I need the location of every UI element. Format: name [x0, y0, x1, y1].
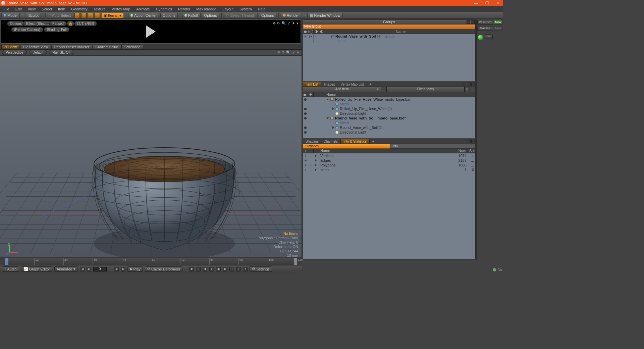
component-poly-button[interactable]	[88, 13, 93, 18]
infostats-tab[interactable]: Info & Statistics	[341, 139, 370, 144]
preview-tool-icon[interactable]: ▾	[297, 21, 299, 26]
component-material-button[interactable]	[95, 13, 100, 18]
itemlist-tab[interactable]: Item List	[303, 82, 321, 87]
panel-expand-icon[interactable]	[463, 83, 466, 86]
preview-tool-icon[interactable]: 🔍	[281, 21, 286, 26]
preview-paused[interactable]: Paused	[49, 21, 67, 26]
preview-tool-icon[interactable]: ★	[292, 21, 295, 26]
maximize-button[interactable]: ❐	[485, 1, 489, 5]
new-pass-button[interactable]: New	[494, 26, 502, 31]
menu-maxtomodo[interactable]: MaxToModo	[195, 7, 218, 11]
timeline[interactable]: 01224364860728496108120	[0, 257, 302, 265]
viewport-tool-icon[interactable]: ✥	[277, 50, 280, 55]
tab-3d-view[interactable]: 3D View	[1, 45, 20, 49]
stats-row[interactable]: +-Items10	[303, 167, 475, 172]
panel-menu-icon[interactable]	[471, 140, 475, 143]
new-group-button[interactable]: New Group	[303, 24, 475, 29]
stats-row[interactable]: +-Edges2157...	[303, 158, 475, 163]
3d-viewport[interactable]: No Items Polygons : Catmull-Clark Channe…	[0, 56, 302, 260]
preview-options[interactable]: Options	[7, 21, 24, 26]
component-edge-button[interactable]	[81, 13, 87, 18]
menu-system[interactable]: System	[238, 7, 253, 11]
tab-gradient-editor[interactable]: Gradient Editor	[93, 45, 121, 49]
play-icon[interactable]	[146, 26, 156, 38]
preview-tool-icon[interactable]: ✥	[273, 21, 276, 26]
filter-items-field[interactable]: Filter Items	[386, 87, 465, 92]
refresh-icon[interactable]	[478, 35, 483, 40]
item-row[interactable]: Mesh	[303, 120, 475, 125]
action-center-button[interactable]: Action Center	[128, 13, 159, 18]
panel-gear-icon[interactable]	[467, 83, 471, 86]
render-window-button[interactable]: ▦Render Window	[307, 13, 342, 18]
menu-vertexmap[interactable]: Vertex Map	[110, 7, 132, 11]
stats-row[interactable]: +-Polygons1086...	[303, 163, 475, 167]
preview-camera[interactable]: (Render Camera)	[11, 27, 43, 32]
filter-s-button[interactable]: S	[465, 87, 470, 92]
item-row[interactable]: ⏺Round_Vase_with_Soil (2)	[303, 125, 475, 130]
menu-item[interactable]: Item	[57, 7, 66, 11]
preview-shading[interactable]: Shading: Full	[44, 27, 69, 32]
options-2-button[interactable]: Options	[202, 13, 219, 18]
menu-dynamics[interactable]: Dynamics	[155, 7, 173, 11]
options-3-button[interactable]: Options	[259, 13, 276, 18]
panel-menu-icon[interactable]	[471, 83, 475, 86]
tab-schematic[interactable]: Schematic	[121, 45, 143, 49]
minimize-button[interactable]: —	[474, 1, 478, 5]
group-row[interactable]: (●○○ ▢ Round_Vase_with_Soil (4) : Group	[303, 34, 475, 39]
lock-icon[interactable]: 🔒	[67, 21, 74, 26]
menu-geometry[interactable]: Geometry	[70, 7, 89, 11]
tab-uv-texture-view[interactable]: UV Texture View	[20, 45, 51, 49]
close-button[interactable]: ✕	[496, 1, 499, 5]
stats-row[interactable]: +-Vertices1074...	[303, 153, 475, 158]
add-tab-button[interactable]: +	[144, 45, 151, 49]
model-mode-button[interactable]: Model	[1, 13, 20, 18]
viewport-tool-icon[interactable]: 🔍	[286, 50, 291, 55]
item-row[interactable]: ⏺Rolled_Up_Fire_Hose_White (2)	[303, 106, 475, 111]
menu-edit[interactable]: Edit	[14, 7, 23, 11]
infostats-tab[interactable]: Shading	[303, 139, 321, 144]
tab-render-preset-browser[interactable]: Render Preset Browser	[51, 45, 92, 49]
view-default[interactable]: Default	[29, 50, 47, 55]
menu-texture[interactable]: Texture	[92, 7, 107, 11]
statistics-tab[interactable]: Statistics	[303, 144, 390, 149]
item-row[interactable]: ⏺Directional Light	[303, 130, 475, 135]
menu-render[interactable]: Render	[177, 7, 192, 11]
render-preview[interactable]: Options Effect: (Shadi... Paused 🔒 LUT: …	[1, 19, 301, 44]
falloff-button[interactable]: Falloff	[182, 13, 201, 18]
itemlist-tab[interactable]: Images	[321, 82, 338, 87]
preview-effect[interactable]: Effect: (Shadi...	[23, 21, 52, 26]
auto-select-button[interactable]: ⬚Auto Select	[45, 13, 73, 18]
viewport-tool-icon[interactable]: ⟳	[282, 50, 285, 55]
item-row[interactable]: ⏺Rolled_Up_Fire_Hose_White_modo_base.lxo	[303, 97, 475, 102]
preview-lut[interactable]: LUT: sRGB	[74, 21, 97, 26]
item-row[interactable]: ⏺Directional Light	[303, 111, 475, 116]
panel-expand-icon[interactable]	[467, 20, 470, 24]
items-mode-button[interactable]: ▣Items▾	[101, 13, 124, 18]
panel-expand-icon[interactable]	[467, 140, 471, 143]
add-item-dropdown[interactable]: Add Item	[303, 87, 381, 92]
info-tab[interactable]: Info	[390, 144, 475, 149]
add-infostats-tab[interactable]: +	[370, 139, 377, 144]
forward-icon[interactable]: ≫	[485, 34, 493, 39]
menu-help[interactable]: Help	[257, 7, 267, 11]
menu-animate[interactable]: Animate	[135, 7, 151, 11]
select-through-button[interactable]: ⬚Select Through	[224, 13, 258, 18]
menu-select[interactable]: Select	[40, 7, 53, 11]
preview-tool-icon[interactable]: ⟳	[277, 21, 280, 26]
viewport-tool-icon[interactable]: ⤢	[292, 50, 295, 55]
add-itemlist-tab[interactable]: +	[367, 82, 375, 87]
panel-menu-icon[interactable]	[471, 20, 475, 24]
new-passgroup-button[interactable]: New	[494, 20, 502, 25]
view-perspective[interactable]: Perspective	[2, 50, 27, 55]
infostats-tab[interactable]: Channels	[321, 139, 341, 144]
filter-f-button[interactable]: F	[470, 87, 475, 92]
component-vertex-button[interactable]	[74, 13, 80, 18]
timeline-end-marker[interactable]	[294, 258, 297, 265]
item-row[interactable]: Mesh	[303, 102, 475, 106]
menu-view[interactable]: View	[26, 7, 37, 11]
menu-file[interactable]: File	[2, 7, 11, 11]
view-raygl[interactable]: Ray GL: Off	[49, 50, 74, 55]
options-1-button[interactable]: Options	[160, 13, 178, 18]
itemlist-tab[interactable]: Vertex Map List	[338, 82, 367, 87]
preview-tool-icon[interactable]: ⤢	[287, 21, 290, 26]
